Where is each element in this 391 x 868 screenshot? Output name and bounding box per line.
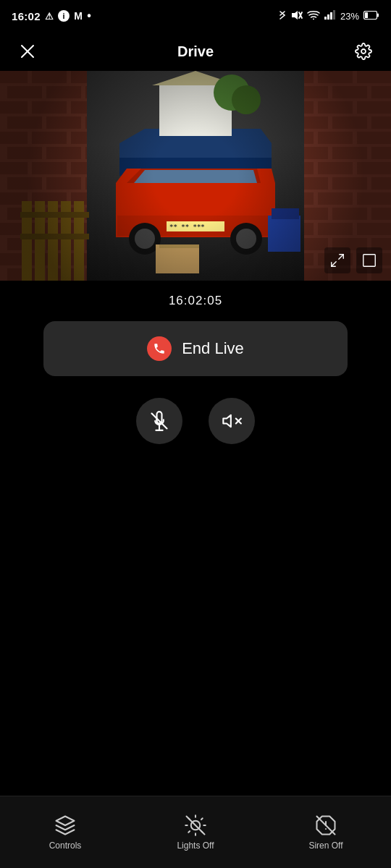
svg-point-14 <box>361 49 366 54</box>
status-time: 16:02 <box>12 10 41 22</box>
siren-label: Siren Off <box>308 841 342 851</box>
svg-rect-8 <box>333 10 335 20</box>
live-timestamp: 16:02:05 <box>0 281 391 317</box>
svg-rect-6 <box>327 14 329 20</box>
svg-rect-11 <box>377 13 379 17</box>
svg-line-15 <box>339 255 343 259</box>
mute-icon <box>291 10 303 22</box>
camera-overlay-controls <box>324 247 382 273</box>
expand-button[interactable] <box>324 247 350 273</box>
end-live-button[interactable]: End Live <box>43 321 348 376</box>
mute-speaker-button[interactable] <box>209 398 255 444</box>
svg-rect-7 <box>330 12 332 20</box>
status-right: 23% <box>278 9 379 23</box>
controls-icon <box>54 814 76 836</box>
nav-item-controls[interactable]: Controls <box>0 814 130 851</box>
mail-icon: M <box>74 10 83 22</box>
end-live-label: End Live <box>182 339 244 358</box>
svg-point-4 <box>313 19 314 20</box>
settings-button[interactable] <box>350 38 377 64</box>
svg-rect-5 <box>324 17 327 20</box>
svg-line-31 <box>188 830 190 832</box>
status-bar: 16:02 ⚠ i M • <box>0 0 391 32</box>
info-icon: i <box>58 10 70 22</box>
lights-icon <box>185 814 206 836</box>
nav-item-lights[interactable]: Lights Off <box>130 814 261 851</box>
end-live-container: End Live <box>0 321 391 376</box>
signal-icon <box>324 10 336 22</box>
svg-rect-10 <box>365 12 368 18</box>
battery-icon <box>363 11 379 22</box>
mute-mic-button[interactable] <box>136 398 182 444</box>
svg-line-16 <box>332 262 336 266</box>
lights-label: Lights Off <box>177 841 214 851</box>
camera-view <box>0 71 391 281</box>
svg-marker-1 <box>292 11 298 20</box>
battery-text: 23% <box>340 11 359 22</box>
svg-line-32 <box>201 818 203 820</box>
nav-item-siren[interactable]: Siren Off <box>261 814 391 851</box>
fullscreen-button[interactable] <box>356 247 382 273</box>
bottom-nav: Controls Lights Off Siren Off <box>0 796 391 868</box>
warning-icon: ⚠ <box>45 11 54 22</box>
page-title: Drive <box>177 43 214 60</box>
end-call-icon <box>147 336 172 361</box>
status-left: 16:02 ⚠ i M • <box>12 10 91 22</box>
bluetooth-icon <box>278 9 287 23</box>
dot-indicator: • <box>87 10 91 22</box>
svg-rect-17 <box>363 255 376 267</box>
siren-icon <box>315 814 337 836</box>
svg-marker-21 <box>223 415 231 427</box>
controls-label: Controls <box>49 841 82 851</box>
wifi-icon <box>307 10 320 22</box>
media-controls <box>0 398 391 444</box>
header: Drive <box>0 32 391 71</box>
close-button[interactable] <box>14 38 41 64</box>
